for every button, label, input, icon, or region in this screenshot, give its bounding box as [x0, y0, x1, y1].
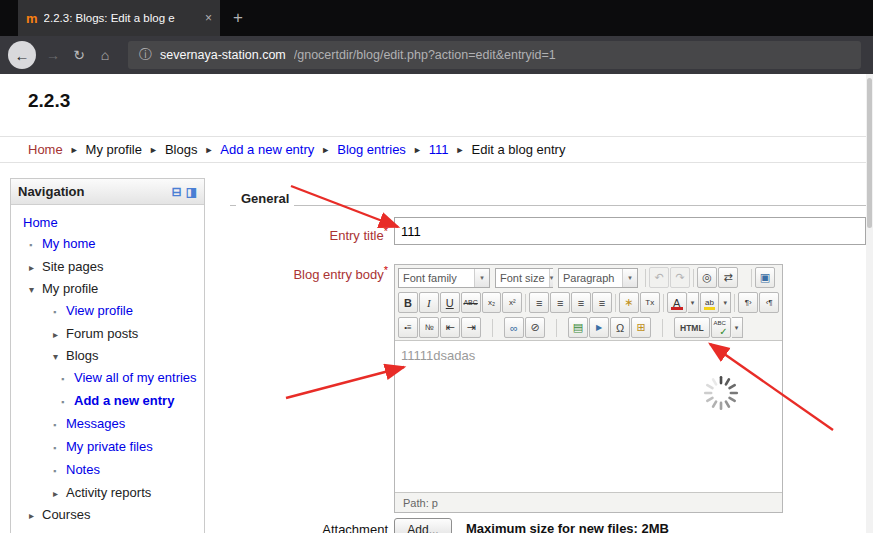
- undo-button[interactable]: ↶: [649, 267, 669, 288]
- text-color-dropdown[interactable]: ▾: [688, 292, 699, 313]
- insert-table-button[interactable]: ⊞: [631, 317, 651, 338]
- rtl-button[interactable]: ‹¶: [759, 292, 779, 313]
- sidebar-item-label[interactable]: View profile: [66, 300, 133, 321]
- expand-triangle-icon[interactable]: ▸: [53, 483, 66, 504]
- align-right-button[interactable]: ≡: [571, 292, 591, 313]
- insert-link-button[interactable]: ∞: [504, 317, 524, 338]
- navigation-block-header: Navigation ⊟ ◨: [11, 179, 204, 205]
- sidebar-item-label[interactable]: My home: [42, 233, 95, 254]
- sidebar-item-home: Home: [11, 212, 200, 233]
- superscript-button[interactable]: x²: [502, 292, 522, 313]
- attachment-label-text: Attachment: [322, 522, 388, 533]
- entry-title-input[interactable]: [394, 217, 866, 245]
- expand-triangle-icon[interactable]: ▸: [29, 505, 42, 526]
- breadcrumb-home-link[interactable]: Home: [28, 142, 63, 157]
- blog-entry-body-label: Blog entry body*: [230, 262, 388, 283]
- sidebar-item-label[interactable]: Messages: [66, 413, 125, 434]
- bullet-icon: ▪: [53, 438, 66, 459]
- unlink-button[interactable]: ⊘: [525, 317, 545, 338]
- format-select[interactable]: Paragraph▾: [558, 268, 638, 288]
- collapse-triangle-icon[interactable]: ▾: [29, 279, 42, 300]
- align-center-button[interactable]: ≡: [550, 292, 570, 313]
- sidebar-item-label[interactable]: My profile: [42, 278, 98, 299]
- sidebar-item-label[interactable]: Activity reports: [66, 482, 151, 503]
- sidebar-item-label[interactable]: Blogs: [66, 345, 99, 366]
- max-upload-size-text: Maximum size for new files: 2MB: [466, 521, 669, 533]
- special-character-button[interactable]: Ω: [610, 317, 630, 338]
- browser-tab[interactable]: m 2.2.3: Blogs: Edit a blog e ×: [18, 0, 220, 36]
- font-family-select[interactable]: Font family▾: [398, 268, 490, 288]
- insert-image-button[interactable]: ▤: [568, 317, 588, 338]
- sidebar-item-label[interactable]: Add a new entry: [74, 390, 174, 411]
- forward-button[interactable]: →: [40, 42, 66, 68]
- expand-triangle-icon[interactable]: ▸: [53, 324, 66, 345]
- dock-block-icon[interactable]: ◨: [186, 185, 197, 199]
- collapse-triangle-icon[interactable]: ▾: [53, 346, 66, 367]
- chevron-down-icon: ▾: [474, 269, 489, 287]
- background-color-dropdown[interactable]: ▾: [720, 292, 731, 313]
- new-tab-button[interactable]: +: [220, 0, 256, 36]
- strikethrough-button[interactable]: ABC: [461, 292, 481, 313]
- loading-spinner-icon: [702, 374, 740, 412]
- bullet-list-button[interactable]: •≡: [398, 317, 418, 338]
- blog-entry-body-label-text: Blog entry body: [293, 267, 383, 282]
- sidebar-item-label[interactable]: View all of my entries: [74, 367, 197, 388]
- underline-button[interactable]: U: [440, 292, 460, 313]
- editor-content-area[interactable]: 11111dsadas: [395, 340, 782, 492]
- spellcheck-dropdown[interactable]: ▾: [732, 317, 743, 338]
- home-button[interactable]: ⌂: [92, 42, 118, 68]
- sidebar-item-label[interactable]: Notes: [66, 459, 100, 480]
- cleanup-button[interactable]: ∗: [619, 292, 639, 313]
- collapse-all-icon[interactable]: ⊟: [172, 185, 182, 199]
- find-replace-button[interactable]: ⇄: [718, 267, 738, 288]
- fullscreen-button[interactable]: ▣: [755, 267, 775, 288]
- back-button[interactable]: ←: [8, 41, 36, 69]
- breadcrumb-blogs: Blogs: [165, 142, 198, 157]
- subscript-button[interactable]: x₂: [482, 292, 502, 313]
- outdent-button[interactable]: ⇤: [440, 317, 460, 338]
- toolbar-separator: [663, 294, 664, 312]
- breadcrumb-blog-entries-link[interactable]: Blog entries: [337, 142, 406, 157]
- italic-button[interactable]: I: [419, 292, 439, 313]
- url-bar[interactable]: ⓘ severnaya-station.com /gnocertdir/blog…: [128, 41, 861, 69]
- find-button[interactable]: ◎: [697, 267, 717, 288]
- sidebar-item-label[interactable]: Home: [23, 212, 58, 233]
- bold-button[interactable]: B: [398, 292, 418, 313]
- add-attachment-button[interactable]: Add...: [394, 518, 452, 533]
- align-justify-button[interactable]: ≡: [592, 292, 612, 313]
- align-left-button[interactable]: ≡: [529, 292, 549, 313]
- sidebar-item-label[interactable]: My private files: [66, 436, 153, 457]
- numbered-list-button[interactable]: №: [419, 317, 439, 338]
- bullet-icon: ▪: [29, 235, 42, 256]
- sidebar-item-label[interactable]: Courses: [42, 504, 90, 525]
- sidebar-item-label[interactable]: Site pages: [42, 256, 103, 277]
- expand-triangle-icon[interactable]: ▸: [29, 257, 42, 278]
- attachment-label: Attachment: [230, 520, 388, 533]
- remove-format-button[interactable]: Tx: [640, 292, 660, 313]
- page-title: 2.2.3: [28, 90, 70, 112]
- sidebar-item-notes: ▪Notes: [11, 459, 200, 482]
- reload-button[interactable]: ↻: [66, 42, 92, 68]
- browser-toolbar: ← → ↻ ⌂ ⓘ severnaya-station.com /gnocert…: [0, 36, 873, 74]
- spellcheck-button[interactable]: ABC✓: [711, 317, 731, 338]
- html-source-button[interactable]: HTML: [674, 317, 710, 338]
- url-domain: severnaya-station.com: [160, 48, 286, 62]
- breadcrumb-111-link[interactable]: 111: [429, 142, 449, 157]
- sidebar-item-view-profile: ▪View profile: [11, 300, 200, 323]
- background-color-button[interactable]: ab: [700, 292, 720, 313]
- redo-button[interactable]: ↷: [670, 267, 690, 288]
- sidebar-item-view-all-entries: ▪View all of my entries: [11, 367, 200, 390]
- tab-close-icon[interactable]: ×: [201, 11, 212, 25]
- info-icon[interactable]: ⓘ: [139, 46, 152, 64]
- text-color-button[interactable]: A: [667, 292, 687, 313]
- breadcrumb-add-new-entry-link[interactable]: Add a new entry: [220, 142, 314, 157]
- insert-media-button[interactable]: ▶: [589, 317, 609, 338]
- sidebar-item-label[interactable]: Forum posts: [66, 323, 138, 344]
- scrollbar-thumb[interactable]: [867, 78, 872, 228]
- indent-button[interactable]: ⇥: [461, 317, 481, 338]
- breadcrumb: Home ► My profile ► Blogs ► Add a new en…: [0, 136, 873, 163]
- ltr-button[interactable]: ¶›: [738, 292, 758, 313]
- page-scrollbar[interactable]: [866, 74, 873, 533]
- font-size-select[interactable]: Font size▾: [495, 268, 553, 288]
- navigation-block: Navigation ⊟ ◨ Home ▪My home ▸Site pages…: [10, 178, 205, 533]
